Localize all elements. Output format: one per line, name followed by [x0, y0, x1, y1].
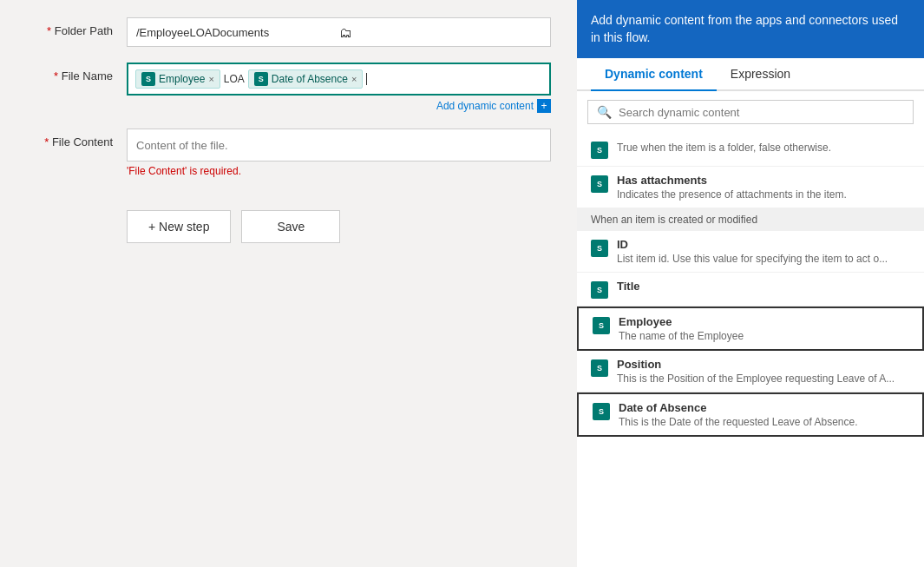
has-attachments-desc: Indicates the presence of attachments in…	[617, 188, 910, 201]
tabs-bar: Dynamic content Expression	[577, 58, 924, 91]
folder-icon[interactable]: 🗂	[339, 25, 542, 40]
title-icon: S	[591, 281, 608, 299]
dynamic-content-list: S True when the item is a folder, false …	[577, 133, 924, 567]
list-item-position[interactable]: S Position This is the Position of the E…	[577, 351, 924, 392]
tab-dynamic-content[interactable]: Dynamic content	[591, 58, 717, 91]
id-title: ID	[617, 238, 910, 251]
list-item-has-attachments[interactable]: S Has attachments Indicates the presence…	[577, 167, 924, 208]
list-item-date-of-absence[interactable]: S Date of Absence This is the Date of th…	[577, 392, 924, 437]
section-header-created: When an item is created or modified	[577, 208, 924, 231]
new-step-button[interactable]: + New step	[127, 210, 231, 243]
is-folder-desc: True when the item is a folder, false ot…	[617, 142, 910, 154]
list-item-id[interactable]: S ID List item id. Use this value for sp…	[577, 231, 924, 273]
is-folder-text: True when the item is a folder, false ot…	[617, 140, 910, 154]
employee-token-icon: S	[141, 72, 155, 86]
search-bar: 🔍	[587, 100, 914, 124]
folder-path-value: /EmployeeLOADocuments	[136, 26, 339, 39]
title-text: Title	[617, 280, 910, 293]
position-title: Position	[617, 358, 910, 371]
folder-path-row: * Folder Path /EmployeeLOADocuments 🗂	[26, 17, 551, 47]
add-dynamic-link[interactable]: Add dynamic content	[436, 100, 534, 112]
position-icon: S	[591, 359, 608, 377]
file-content-error: 'File Content' is required.	[127, 165, 551, 177]
list-item-employee[interactable]: S Employee The name of the Employee	[577, 307, 924, 351]
search-icon: 🔍	[597, 105, 612, 119]
tab-expression[interactable]: Expression	[717, 58, 804, 91]
file-content-field-wrap: 'File Content' is required.	[127, 129, 551, 177]
id-text: ID List item id. Use this value for spec…	[617, 238, 910, 265]
add-dynamic-button[interactable]: +	[537, 99, 551, 113]
has-attachments-text: Has attachments Indicates the presence o…	[617, 174, 910, 201]
file-content-row: * File Content 'File Content' is require…	[26, 129, 551, 177]
title-title: Title	[617, 280, 910, 293]
add-dynamic-row: Add dynamic content +	[127, 99, 551, 113]
file-name-label: * File Name	[26, 63, 113, 82]
action-buttons: + New step Save	[26, 210, 551, 243]
list-item-is-folder[interactable]: S True when the item is a folder, false …	[577, 133, 924, 167]
position-text: Position This is the Position of the Emp…	[617, 358, 910, 385]
date-token-icon: S	[254, 72, 268, 86]
list-item-title[interactable]: S Title	[577, 273, 924, 307]
save-button[interactable]: Save	[241, 210, 340, 243]
folder-path-field-wrap: /EmployeeLOADocuments 🗂	[127, 17, 551, 47]
employee-title: Employee	[619, 315, 908, 328]
position-desc: This is the Position of the Employee req…	[617, 373, 910, 385]
file-name-input[interactable]: S Employee × LOA S Date of Absence ×	[127, 63, 551, 96]
id-icon: S	[591, 240, 608, 257]
date-token-label: Date of Absence	[272, 73, 348, 85]
employee-token-label: Employee	[159, 73, 205, 85]
date-of-absence-icon: S	[593, 403, 610, 420]
folder-path-label: * Folder Path	[26, 17, 113, 37]
loa-text: LOA	[224, 73, 245, 85]
text-cursor	[366, 73, 367, 85]
employee-token-close[interactable]: ×	[208, 74, 213, 84]
date-token-close[interactable]: ×	[351, 74, 357, 84]
id-desc: List item id. Use this value for specify…	[617, 253, 910, 265]
has-attachments-icon: S	[591, 175, 608, 193]
date-of-absence-title: Date of Absence	[619, 401, 908, 414]
date-of-absence-desc: This is the Date of the requested Leave …	[619, 416, 908, 428]
token-employee[interactable]: S Employee ×	[135, 69, 220, 89]
file-name-row: * File Name S Employee × LOA S Date of A…	[26, 63, 551, 113]
header-text: Add dynamic content from the apps and co…	[591, 13, 898, 44]
employee-desc: The name of the Employee	[619, 330, 908, 342]
file-content-input[interactable]	[127, 129, 551, 162]
file-name-field-wrap: S Employee × LOA S Date of Absence × Add…	[127, 63, 551, 113]
file-content-label: * File Content	[26, 129, 113, 148]
right-panel: Add dynamic content from the apps and co…	[577, 0, 924, 567]
left-panel: * Folder Path /EmployeeLOADocuments 🗂 * …	[0, 0, 577, 567]
has-attachments-title: Has attachments	[617, 174, 910, 187]
folder-path-input[interactable]: /EmployeeLOADocuments 🗂	[127, 17, 551, 47]
right-header: Add dynamic content from the apps and co…	[577, 0, 924, 58]
employee-icon: S	[593, 317, 610, 334]
search-input[interactable]	[619, 106, 904, 119]
is-folder-icon: S	[591, 142, 608, 159]
employee-text: Employee The name of the Employee	[619, 315, 908, 342]
token-date-of-absence[interactable]: S Date of Absence ×	[248, 69, 364, 89]
date-of-absence-text: Date of Absence This is the Date of the …	[619, 401, 908, 428]
